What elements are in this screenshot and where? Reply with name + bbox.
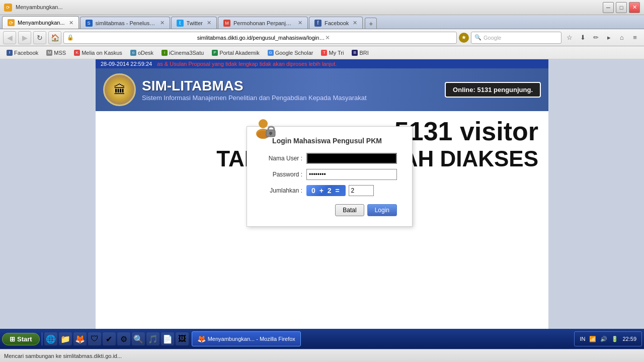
- username-label: Nama User :: [257, 155, 302, 162]
- mytri-favicon: T: [321, 50, 327, 56]
- tab-1[interactable]: ⟳ Menyambungkan... ✕: [2, 16, 79, 29]
- browser-window: ⟳ Menyambungkan... ─ □ ✕ ⟳ Menyambungkan…: [0, 0, 644, 345]
- cancel-button[interactable]: Batal: [335, 204, 364, 216]
- taskbar-antivirus-icon[interactable]: 🛡: [88, 332, 101, 345]
- bookmark-facebook[interactable]: f Facebook: [4, 49, 41, 57]
- username-input[interactable]: [306, 153, 397, 164]
- taskbar-folder-icon[interactable]: 📁: [59, 332, 72, 345]
- menu-button[interactable]: ≡: [629, 32, 641, 44]
- search-placeholder: Google: [484, 35, 501, 41]
- tab-3-close[interactable]: ✕: [207, 20, 211, 26]
- taskbar-item-firefox[interactable]: 🦊 Menyambungkan... - Mozilla Firefox: [192, 331, 301, 346]
- captcha-display: 0 + 2 =: [306, 185, 346, 196]
- captcha-row: Jumlahkan : 0 + 2 =: [257, 185, 397, 196]
- portal-favicon: P: [212, 50, 218, 56]
- taskbar-settings-icon[interactable]: ⚙: [117, 332, 130, 345]
- refresh-button[interactable]: ↻: [33, 31, 46, 44]
- bookmark-odesk-label: oDesk: [138, 50, 153, 56]
- tab-3[interactable]: t Twitter ✕: [171, 17, 217, 29]
- bookmark-bri[interactable]: B BRI: [349, 49, 371, 57]
- arrow-button[interactable]: ▸: [603, 32, 615, 44]
- clock-time: 22:59: [622, 336, 636, 342]
- bookmark-kaskus-label: Melia on Kaskus: [82, 50, 122, 56]
- tab-4[interactable]: M Permohonan Perpanjanga... ✕: [218, 17, 308, 29]
- site-wrapper: 28-09-2014 22:59:24 as & Usulan Proposal…: [96, 59, 548, 345]
- address-clear-button[interactable]: ✕: [325, 34, 453, 41]
- navigation-bar: ◀ ▶ ↻ 🏠 🔒 simlitabmas.dikti.go.id/pengus…: [0, 29, 644, 46]
- bookmark-scholar-label: Google Scholar: [275, 50, 313, 56]
- tab-2-close[interactable]: ✕: [160, 20, 165, 26]
- odesk-favicon: o: [130, 50, 136, 56]
- bookmark-scholar[interactable]: G Google Scholar: [265, 49, 316, 57]
- site-main: 5131 visitor TAPI SUDAH SUSAH DIAKSES: [96, 111, 548, 332]
- tab-5[interactable]: f Facebook ✕: [309, 17, 363, 29]
- bookmarks-bar: f Facebook M MSS K Melia on Kaskus o oDe…: [0, 46, 644, 59]
- bookmark-mss[interactable]: M MSS: [44, 49, 68, 57]
- status-text: Mencari sambungan ke simlitabmas.dikti.g…: [4, 353, 640, 359]
- bookmark-mytri[interactable]: T My Tri: [318, 49, 346, 57]
- taskbar-check-icon[interactable]: ✔: [103, 332, 116, 345]
- svg-rect-5: [270, 133, 271, 135]
- site-subtitle: Sistem Informasi Manajemen Penelitian da…: [142, 94, 367, 102]
- tab-5-label: Facebook: [325, 20, 349, 26]
- ticker-message: as & Usulan Proposal yang tidak lengkap …: [157, 61, 337, 67]
- address-text: simlitabmas.dikti.go.id/pengusul_mahasis…: [197, 35, 326, 41]
- start-button[interactable]: ⊞ Start: [2, 333, 40, 345]
- bookmark-icinema[interactable]: i iCinema3Satu: [159, 49, 206, 57]
- tab-2-favicon: S: [86, 20, 93, 27]
- back-button[interactable]: ◀: [3, 31, 16, 44]
- home-button[interactable]: 🏠: [48, 31, 61, 44]
- bookmark-facebook-label: Facebook: [14, 50, 38, 56]
- tab-2[interactable]: S simlitabmas - Penelusuran ... ✕: [80, 17, 170, 29]
- bookmark-odesk[interactable]: o oDesk: [128, 49, 156, 57]
- status-bar: Mencari sambungan ke simlitabmas.dikti.g…: [0, 349, 644, 362]
- tab-4-close[interactable]: ✕: [298, 20, 302, 26]
- battery-icon: 🔋: [611, 336, 618, 342]
- taskbar-photo-icon[interactable]: 🖼: [176, 332, 189, 345]
- site-header-main: 🏛 SIM-LITABMAS Sistem Informasi Manajeme…: [96, 68, 548, 111]
- tab-1-favicon: ⟳: [8, 19, 15, 26]
- bookmark-mytri-label: My Tri: [329, 50, 344, 56]
- taskbar-quick-launch: 🌐 📁 🦊 🛡 ✔ ⚙ 🔍 🎵 📄 🖼: [44, 332, 189, 345]
- login-button[interactable]: Login: [367, 204, 397, 216]
- password-label: Password :: [257, 171, 302, 178]
- taskbar-ie-icon[interactable]: 🌐: [44, 332, 57, 345]
- forward-button[interactable]: ▶: [18, 31, 31, 44]
- search-engine-icon: 🔍: [474, 34, 481, 41]
- taskbar-music-icon[interactable]: 🎵: [146, 332, 159, 345]
- address-bar[interactable]: 🔒 simlitabmas.dikti.go.id/pengusul_mahas…: [63, 32, 457, 44]
- taskbar-clock: 22:59: [622, 336, 636, 342]
- tab-5-favicon: f: [314, 20, 321, 27]
- taskbar-file-icon[interactable]: 📄: [161, 332, 174, 345]
- taskbar-firefox-icon[interactable]: 🦊: [73, 332, 87, 345]
- lock-icon: 🔒: [67, 34, 195, 41]
- minimize-button[interactable]: ─: [603, 2, 614, 13]
- kaskus-favicon: K: [74, 50, 80, 56]
- tab-5-close[interactable]: ✕: [353, 20, 357, 26]
- captcha-container: 0 + 2 =: [306, 185, 374, 196]
- taskbar-items: 🦊 Menyambungkan... - Mozilla Firefox: [192, 331, 575, 346]
- maximize-button[interactable]: □: [616, 2, 627, 13]
- close-button[interactable]: ✕: [629, 2, 640, 13]
- ticker-date: 28-09-2014 22:59:24: [101, 61, 152, 67]
- password-input[interactable]: [306, 169, 397, 180]
- bookmark-button[interactable]: ☆: [564, 32, 576, 44]
- bookmark-portal[interactable]: P Portal Akademik: [209, 49, 262, 57]
- taskbar-search2-icon[interactable]: 🔍: [132, 332, 145, 345]
- tab-1-close[interactable]: ✕: [69, 20, 73, 26]
- search-bar[interactable]: 🔍 Google: [471, 32, 561, 44]
- edit-button[interactable]: ✏: [590, 32, 602, 44]
- new-tab-button[interactable]: +: [365, 18, 377, 29]
- site-logo: 🏛: [103, 73, 136, 106]
- download-button[interactable]: ⬇: [577, 32, 589, 44]
- mss-favicon: M: [46, 50, 52, 56]
- bookmark-kaskus[interactable]: K Melia on Kaskus: [71, 49, 125, 57]
- tab-3-favicon: t: [177, 20, 184, 27]
- nav-action-icons: ☆ ⬇ ✏ ▸ ⌂ ≡: [564, 32, 641, 44]
- home-nav-button[interactable]: ⌂: [616, 32, 628, 44]
- bookmark-mss-label: MSS: [54, 50, 66, 56]
- tab-bar: ⟳ Menyambungkan... ✕ S simlitabmas - Pen…: [0, 15, 644, 29]
- title-bar: ⟳ Menyambungkan... ─ □ ✕: [0, 0, 644, 15]
- captcha-input[interactable]: [349, 185, 374, 196]
- form-buttons: Batal Login: [257, 204, 397, 216]
